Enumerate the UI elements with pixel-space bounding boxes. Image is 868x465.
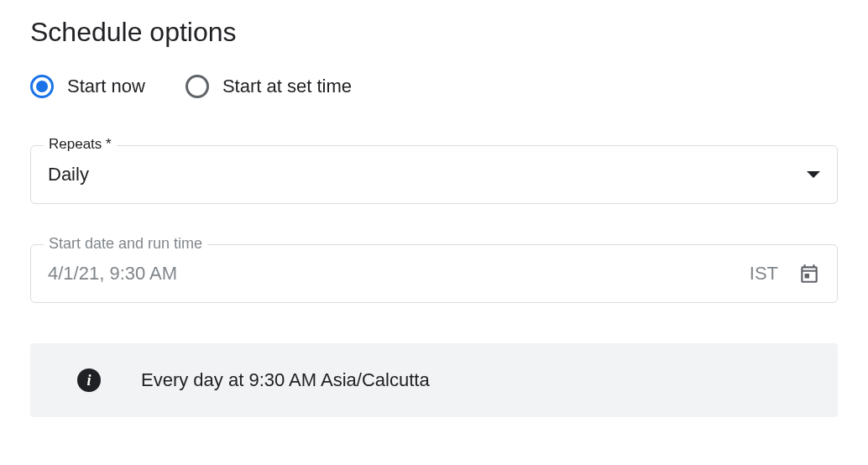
radio-start-set-time[interactable]: Start at set time [186, 75, 352, 98]
schedule-summary-text: Every day at 9:30 AM Asia/Calcutta [141, 369, 430, 391]
start-radio-group: Start now Start at set time [30, 75, 838, 98]
radio-start-set-time-label: Start at set time [222, 76, 352, 97]
start-date-field[interactable]: Start date and run time 4/1/21, 9:30 AM … [30, 244, 838, 303]
info-icon: i [77, 368, 101, 392]
repeats-label: Repeats * [44, 136, 117, 153]
calendar-icon[interactable] [798, 263, 820, 285]
radio-start-now[interactable]: Start now [30, 75, 145, 98]
repeats-field[interactable]: Repeats * Daily [30, 145, 838, 204]
radio-selected-icon [30, 75, 54, 98]
start-date-value: 4/1/21, 9:30 AM [48, 263, 177, 285]
radio-start-now-label: Start now [67, 76, 145, 97]
radio-unselected-icon [186, 75, 209, 98]
page-title: Schedule options [30, 17, 838, 48]
start-date-label: Start date and run time [44, 235, 207, 253]
chevron-down-icon [807, 171, 820, 178]
repeats-value: Daily [48, 164, 89, 185]
schedule-summary-banner: i Every day at 9:30 AM Asia/Calcutta [30, 343, 838, 417]
timezone-label: IST [750, 263, 778, 285]
